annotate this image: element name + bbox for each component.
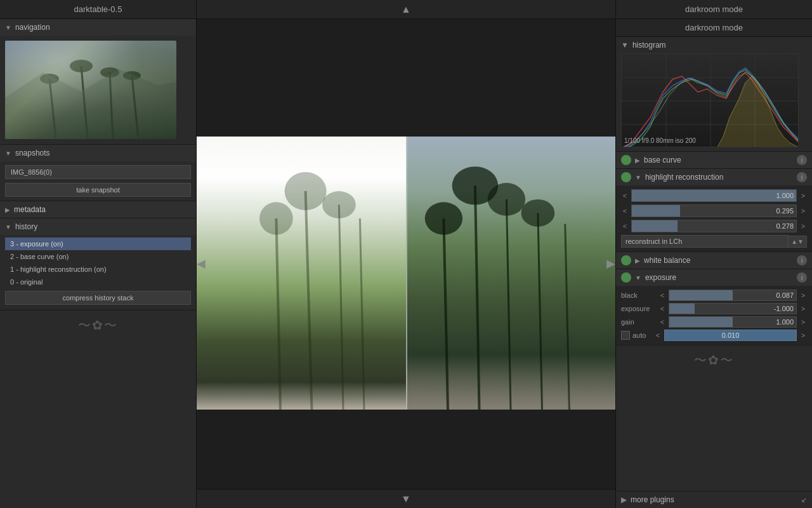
- bottom-bar: ▼: [197, 489, 615, 508]
- history-item-0[interactable]: 0 - original: [5, 276, 191, 288]
- histogram-svg: [622, 54, 799, 147]
- more-plugins-arrow-icon: ▶: [621, 495, 627, 504]
- histogram-header[interactable]: ▼ histogram: [621, 41, 807, 50]
- hr-slider-3-value: 0.278: [776, 222, 794, 230]
- svg-point-18: [322, 191, 356, 218]
- exposure-exposure-label: exposure: [621, 305, 656, 312]
- exposure-enable-button[interactable]: [621, 272, 631, 283]
- snapshots-section: ▼ snapshots IMG_8856(0) take snapshot: [0, 145, 196, 201]
- main-content: ▼ navigation: [0, 19, 812, 508]
- exposure-black-slider[interactable]: 0.087: [669, 290, 797, 301]
- base-curve-info-button[interactable]: i: [797, 155, 807, 165]
- right-panel: darkroom mode ▼ histogram: [615, 19, 812, 508]
- left-panel-toggle[interactable]: ◀: [197, 257, 206, 271]
- exposure-gain-label: gain: [621, 318, 656, 326]
- exposure-auto-increase[interactable]: >: [799, 331, 807, 339]
- hr-slider-1-decrease[interactable]: <: [621, 192, 629, 199]
- exposure-gain-slider[interactable]: 1.000: [669, 316, 797, 328]
- app-title-right: darkroom mode: [615, 0, 812, 18]
- hr-slider-1-increase[interactable]: >: [799, 192, 807, 199]
- svg-point-28: [521, 199, 555, 227]
- svg-point-16: [259, 202, 293, 235]
- hr-slider-1-track[interactable]: 1.000: [631, 189, 797, 202]
- top-bar-center: ▲: [197, 0, 615, 18]
- hr-slider-2-decrease[interactable]: <: [621, 207, 629, 215]
- bottom-chevron-icon[interactable]: ▼: [401, 493, 411, 505]
- hr-slider-3-increase[interactable]: >: [799, 222, 807, 230]
- base-curve-expand-icon: ▶: [635, 157, 640, 164]
- hr-slider-2-value: 0.295: [776, 207, 794, 215]
- white-balance-enable-button[interactable]: [621, 255, 631, 265]
- hr-slider-3-decrease[interactable]: <: [621, 222, 629, 230]
- compress-history-button[interactable]: compress history stack: [5, 291, 191, 305]
- white-balance-name: white balance: [644, 256, 794, 265]
- right-panel-toggle[interactable]: ▶: [606, 257, 615, 271]
- exposure-gain-value: 1.000: [776, 318, 794, 326]
- navigation-header[interactable]: ▼ navigation: [0, 19, 196, 36]
- exposure-exposure-slider[interactable]: -1.000: [669, 303, 797, 314]
- history-item-2[interactable]: 2 - base curve (on): [5, 250, 191, 263]
- hr-slider-2-track[interactable]: 0.295: [631, 204, 797, 217]
- highlight-reconstruction-info-button[interactable]: i: [797, 172, 807, 182]
- right-swirl-decoration: 〜✿〜: [616, 345, 812, 375]
- navigation-image-svg: [5, 41, 176, 139]
- hr-slider-2-increase[interactable]: >: [799, 207, 807, 215]
- snapshots-header[interactable]: ▼ snapshots: [0, 145, 196, 161]
- exposure-auto-decrease[interactable]: <: [654, 331, 662, 339]
- exposure-black-decrease[interactable]: <: [658, 291, 666, 299]
- white-balance-info-button[interactable]: i: [797, 255, 807, 265]
- exposure-exposure-row: exposure < -1.000 >: [621, 303, 807, 314]
- exposure-black-label: black: [621, 291, 656, 299]
- hr-dropdown-arrow-icon: ▲▼: [789, 236, 807, 248]
- snapshots-arrow-icon: ▼: [5, 150, 11, 157]
- highlight-reconstruction-enable-button[interactable]: [621, 172, 631, 182]
- exposure-exposure-value: -1.000: [774, 305, 794, 312]
- left-panel: ▼ navigation: [0, 19, 197, 508]
- more-plugins-section[interactable]: ▶ more plugins ↙: [616, 491, 812, 508]
- exposure-auto-slider[interactable]: 0.010: [664, 330, 797, 341]
- exposure-auto-value: 0.010: [722, 331, 740, 339]
- history-content: 3 - exposure (on) 2 - base curve (on) 1 …: [0, 235, 196, 310]
- cursor-indicator: ↙: [801, 496, 807, 504]
- top-chevron-icon[interactable]: ▲: [401, 4, 411, 15]
- exposure-exposure-increase[interactable]: >: [799, 305, 807, 312]
- hr-dropdown-row: reconstruct in LCh reconstruct in RGB re…: [621, 235, 807, 248]
- right-panel-header: darkroom mode: [616, 19, 812, 37]
- hr-method-select[interactable]: reconstruct in LCh reconstruct in RGB re…: [621, 235, 789, 248]
- right-panel-title: darkroom mode: [685, 23, 743, 32]
- exposure-info-button[interactable]: i: [797, 272, 807, 283]
- metadata-arrow-icon: ▶: [5, 206, 10, 213]
- history-item-1[interactable]: 1 - highlight reconstruction (on): [5, 263, 191, 276]
- exposure-gain-decrease[interactable]: <: [658, 318, 666, 326]
- snapshot-item[interactable]: IMG_8856(0): [5, 165, 191, 179]
- exposure-auto-checkbox[interactable]: [621, 331, 630, 340]
- photo-split-divider[interactable]: [406, 137, 407, 410]
- white-balance-expand-icon: ▶: [635, 257, 640, 264]
- snapshots-label: snapshots: [15, 149, 50, 157]
- navigation-image[interactable]: [5, 41, 176, 139]
- exposure-gain-increase[interactable]: >: [799, 318, 807, 326]
- main-photo[interactable]: [197, 137, 615, 410]
- top-bar: darktable-0.5 ▲ darkroom mode: [0, 0, 812, 19]
- hr-slider-2-fill: [632, 205, 680, 217]
- history-item-3[interactable]: 3 - exposure (on): [5, 237, 191, 250]
- base-curve-header[interactable]: ▶ base curve i: [616, 152, 812, 168]
- take-snapshot-button[interactable]: take snapshot: [5, 183, 191, 197]
- white-balance-header[interactable]: ▶ white balance i: [616, 252, 812, 269]
- exposure-header[interactable]: ▼ exposure i: [616, 269, 812, 286]
- exposure-exposure-decrease[interactable]: <: [658, 305, 666, 312]
- metadata-header[interactable]: ▶ metadata: [0, 201, 196, 218]
- exposure-black-increase[interactable]: >: [799, 291, 807, 299]
- highlight-reconstruction-module: ▼ highlight reconstruction i < 1.000 > <: [616, 169, 812, 252]
- app-title-left: darktable-0.5: [0, 0, 197, 18]
- exposure-name: exposure: [645, 273, 794, 282]
- highlight-reconstruction-header[interactable]: ▼ highlight reconstruction i: [616, 169, 812, 185]
- navigation-arrow-icon: ▼: [5, 24, 11, 31]
- highlight-reconstruction-expand-icon: ▼: [635, 174, 641, 181]
- photo-left-half: [197, 137, 406, 410]
- photo-left-svg: [197, 137, 406, 410]
- hr-slider-3-track[interactable]: 0.278: [631, 220, 797, 232]
- history-header[interactable]: ▼ history: [0, 218, 196, 235]
- base-curve-enable-button[interactable]: [621, 155, 631, 165]
- history-section: ▼ history 3 - exposure (on) 2 - base cur…: [0, 218, 196, 311]
